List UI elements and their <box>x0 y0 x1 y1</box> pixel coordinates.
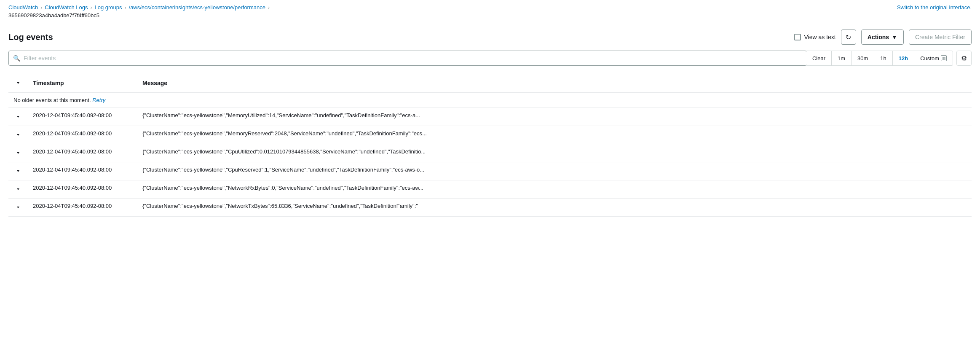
expand-cell <box>8 180 28 199</box>
timestamp-cell: 2020-12-04T09:45:40.092-08:00 <box>28 199 137 217</box>
row-expand-button[interactable] <box>13 112 23 121</box>
row-expand-button[interactable] <box>13 203 23 212</box>
filter-events-input[interactable] <box>24 55 802 62</box>
breadcrumb-sep-4: › <box>268 5 270 11</box>
breadcrumb-cloudwatch-logs[interactable]: CloudWatch Logs <box>45 4 88 11</box>
row-expand-arrow-icon <box>16 205 20 210</box>
row-expand-button[interactable] <box>13 185 23 194</box>
time-custom-button[interactable]: Custom ▦ <box>914 51 953 65</box>
table-row: 2020-12-04T09:45:40.092-08:00{"ClusterNa… <box>8 108 972 126</box>
timestamp-cell: 2020-12-04T09:45:40.092-08:00 <box>28 126 137 144</box>
time-1h-button[interactable]: 1h <box>874 51 892 65</box>
actions-label: Actions <box>868 34 889 40</box>
expand-cell <box>8 162 28 180</box>
th-expand <box>8 74 28 92</box>
retry-link[interactable]: Retry <box>92 97 105 103</box>
message-cell: {"ClusterName":"ecs-yellowstone","Networ… <box>137 199 972 217</box>
breadcrumb: CloudWatch › CloudWatch Logs › Log group… <box>0 0 980 12</box>
custom-label: Custom <box>920 55 939 62</box>
timestamp-cell: 2020-12-04T09:45:40.092-08:00 <box>28 162 137 180</box>
row-expand-arrow-icon <box>16 151 20 155</box>
row-expand-button[interactable] <box>13 167 23 176</box>
table-row: 2020-12-04T09:45:40.092-08:00{"ClusterNa… <box>8 144 972 162</box>
gear-icon: ⚙ <box>961 54 967 62</box>
breadcrumb-cloudwatch[interactable]: CloudWatch <box>8 4 38 11</box>
refresh-icon: ↻ <box>846 33 851 41</box>
view-as-text-checkbox[interactable] <box>794 34 801 40</box>
svg-marker-5 <box>17 188 19 190</box>
time-controls: Clear 1m 30m 1h 12h Custom ▦ <box>806 51 953 66</box>
settings-button[interactable]: ⚙ <box>956 51 972 66</box>
time-1m-button[interactable]: 1m <box>832 51 851 65</box>
message-cell: {"ClusterName":"ecs-yellowstone","CpuRes… <box>137 162 972 180</box>
row-expand-arrow-icon <box>16 115 20 119</box>
no-events-cell: No older events at this moment. Retry <box>8 92 972 108</box>
svg-marker-4 <box>17 170 19 172</box>
filter-input-wrap: 🔍 <box>8 51 807 66</box>
calendar-icon: ▦ <box>941 55 947 61</box>
expand-arrow-icon <box>16 81 20 85</box>
switch-interface-link[interactable]: Switch to the original interface. <box>897 4 972 11</box>
breadcrumb-sep-2: › <box>90 5 92 11</box>
table-row: 2020-12-04T09:45:40.092-08:00{"ClusterNa… <box>8 126 972 144</box>
clear-time-button[interactable]: Clear <box>806 51 832 65</box>
table-row: 2020-12-04T09:45:40.092-08:00{"ClusterNa… <box>8 199 972 217</box>
expand-all-button[interactable] <box>13 78 23 88</box>
svg-marker-3 <box>17 152 19 154</box>
expand-cell <box>8 126 28 144</box>
table-header-row: Timestamp Message <box>8 74 972 92</box>
log-events-table: Timestamp Message No older events at thi… <box>8 74 972 217</box>
no-events-text: No older events at this moment. <box>13 97 91 103</box>
th-timestamp: Timestamp <box>28 74 137 92</box>
expand-cell <box>8 144 28 162</box>
breadcrumb-log-group-path[interactable]: /aws/ecs/containerinsights/ecs-yellowsto… <box>129 4 265 11</box>
row-expand-arrow-icon <box>16 187 20 191</box>
view-as-text-group: View as text <box>794 34 836 40</box>
message-cell: {"ClusterName":"ecs-yellowstone","Memory… <box>137 108 972 126</box>
svg-marker-0 <box>17 82 19 84</box>
log-events-title: Log events <box>8 32 53 42</box>
breadcrumb-sep-3: › <box>125 5 126 11</box>
search-icon: 🔍 <box>13 55 20 62</box>
breadcrumb-log-groups[interactable]: Log groups <box>94 4 122 11</box>
row-expand-arrow-icon <box>16 169 20 173</box>
log-events-header: Log events View as text ↻ Actions ▼ Crea… <box>8 30 972 45</box>
main-content: Log events View as text ↻ Actions ▼ Crea… <box>0 23 980 223</box>
svg-marker-2 <box>17 134 19 136</box>
actions-button[interactable]: Actions ▼ <box>861 30 904 45</box>
timestamp-cell: 2020-12-04T09:45:40.092-08:00 <box>28 108 137 126</box>
actions-chevron-icon: ▼ <box>892 34 897 40</box>
view-as-text-label: View as text <box>804 34 836 40</box>
filter-bar: 🔍 Clear 1m 30m 1h 12h Custom ▦ ⚙ <box>8 51 972 66</box>
timestamp-cell: 2020-12-04T09:45:40.092-08:00 <box>28 144 137 162</box>
svg-marker-1 <box>17 116 19 118</box>
table-row: 2020-12-04T09:45:40.092-08:00{"ClusterNa… <box>8 162 972 180</box>
timestamp-cell: 2020-12-04T09:45:40.092-08:00 <box>28 180 137 199</box>
breadcrumb-sep-1: › <box>40 5 42 11</box>
create-metric-filter-button[interactable]: Create Metric Filter <box>909 30 972 45</box>
no-events-row: No older events at this moment. Retry <box>8 92 972 108</box>
row-expand-arrow-icon <box>16 133 20 137</box>
row-expand-button[interactable] <box>13 148 23 158</box>
message-cell: {"ClusterName":"ecs-yellowstone","Memory… <box>137 126 972 144</box>
th-message: Message <box>137 74 972 92</box>
table-row: 2020-12-04T09:45:40.092-08:00{"ClusterNa… <box>8 180 972 199</box>
message-cell: {"ClusterName":"ecs-yellowstone","Networ… <box>137 180 972 199</box>
refresh-button[interactable]: ↻ <box>841 30 856 45</box>
time-30m-button[interactable]: 30m <box>851 51 874 65</box>
expand-cell <box>8 108 28 126</box>
expand-cell <box>8 199 28 217</box>
svg-marker-6 <box>17 207 19 208</box>
message-cell: {"ClusterName":"ecs-yellowstone","CpuUti… <box>137 144 972 162</box>
row-expand-button[interactable] <box>13 130 23 140</box>
time-12h-button[interactable]: 12h <box>893 51 914 65</box>
log-stream-id: 36569029823a4ba4adbe7f7f4ff60bc5 <box>0 12 980 23</box>
